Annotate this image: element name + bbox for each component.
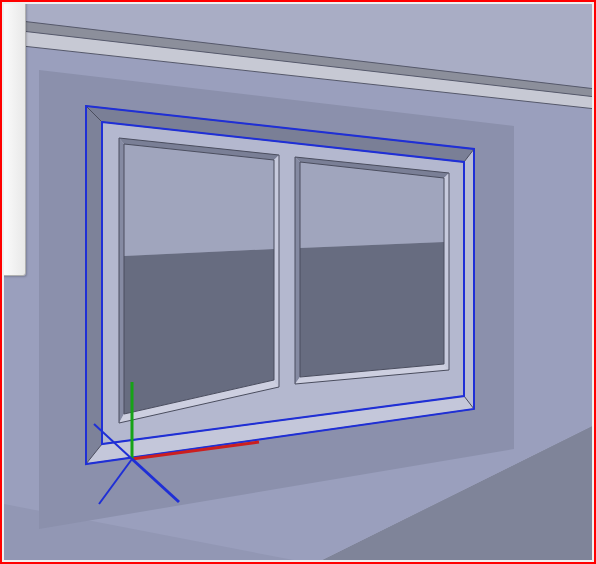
- svg-marker-8: [295, 157, 300, 384]
- scene-3d[interactable]: [4, 4, 592, 560]
- glass-left-upper[interactable]: [124, 144, 274, 256]
- viewport-frame: [0, 0, 596, 564]
- glass-right-lower[interactable]: [300, 242, 444, 377]
- svg-marker-4: [119, 138, 124, 423]
- window-jamb-left: [86, 106, 102, 464]
- model-viewport[interactable]: [4, 4, 592, 560]
- window-jamb-right: [464, 149, 474, 409]
- svg-marker-9: [444, 173, 449, 370]
- tool-palette[interactable]: [4, 4, 26, 276]
- svg-marker-5: [274, 155, 279, 387]
